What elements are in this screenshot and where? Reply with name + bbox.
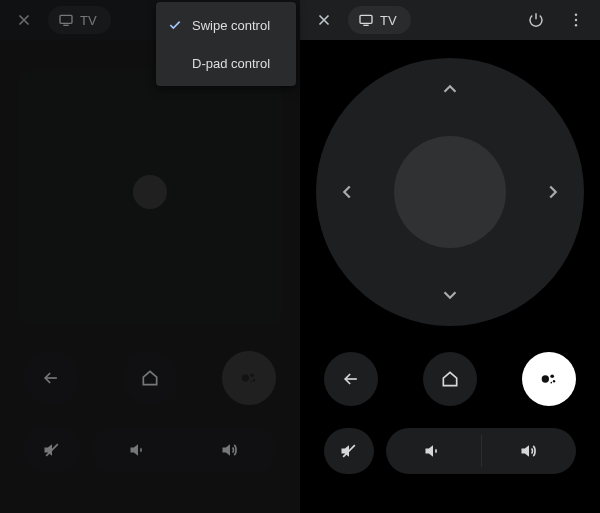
device-label: TV xyxy=(80,13,97,28)
svg-point-9 xyxy=(542,375,549,382)
dpad-select-button[interactable] xyxy=(394,136,506,248)
menu-item-swipe[interactable]: Swipe control xyxy=(156,6,296,44)
menu-item-dpad[interactable]: D-pad control xyxy=(156,44,296,82)
device-chip[interactable]: TV xyxy=(348,6,411,34)
mute-button[interactable] xyxy=(324,428,374,474)
check-icon xyxy=(166,17,184,33)
swipe-touchpad[interactable] xyxy=(18,70,282,325)
svg-point-1 xyxy=(242,374,249,381)
svg-point-7 xyxy=(575,19,577,21)
home-button[interactable] xyxy=(423,352,477,406)
volume-up-icon xyxy=(519,441,539,461)
dpad-left-button[interactable] xyxy=(336,181,358,203)
chevron-down-icon xyxy=(439,284,461,306)
svg-point-11 xyxy=(553,380,555,382)
screen-swipe-mode: TV xyxy=(0,0,300,513)
back-button[interactable] xyxy=(324,352,378,406)
svg-rect-0 xyxy=(60,15,72,23)
back-arrow-icon xyxy=(41,368,61,388)
swipe-area-wrap xyxy=(0,70,300,325)
menu-item-label: Swipe control xyxy=(192,18,270,33)
menu-item-label: D-pad control xyxy=(192,56,270,71)
assistant-button[interactable] xyxy=(222,351,276,405)
assistant-icon xyxy=(538,368,560,390)
svg-point-6 xyxy=(575,14,577,16)
svg-point-2 xyxy=(250,373,254,377)
control-mode-menu: Swipe control D-pad control xyxy=(156,2,296,86)
back-button[interactable] xyxy=(24,351,78,405)
dpad-down-button[interactable] xyxy=(439,284,461,306)
device-label: TV xyxy=(380,13,397,28)
swipe-center-dot xyxy=(133,175,167,209)
tv-icon xyxy=(58,12,74,28)
close-icon xyxy=(315,11,333,29)
volume-down-button[interactable] xyxy=(92,427,184,473)
close-button[interactable] xyxy=(8,4,40,36)
tv-icon xyxy=(358,12,374,28)
mute-button[interactable] xyxy=(24,427,80,473)
topbar-right: TV xyxy=(300,0,600,40)
home-icon xyxy=(440,369,460,389)
screen-dpad-mode: TV xyxy=(300,0,600,513)
volume-up-button[interactable] xyxy=(184,427,276,473)
back-arrow-icon xyxy=(341,369,361,389)
volume-pill xyxy=(386,428,576,474)
home-icon xyxy=(140,368,160,388)
chevron-up-icon xyxy=(439,78,461,100)
dpad-up-button[interactable] xyxy=(439,78,461,100)
dpad-right-button[interactable] xyxy=(542,181,564,203)
volume-down-icon xyxy=(128,440,148,460)
volume-up-button[interactable] xyxy=(482,428,577,474)
mute-icon xyxy=(42,440,62,460)
volume-row-right xyxy=(300,428,600,474)
svg-point-10 xyxy=(550,374,554,378)
power-button[interactable] xyxy=(520,4,552,36)
chevron-right-icon xyxy=(542,181,564,203)
volume-pill xyxy=(92,427,276,473)
svg-point-12 xyxy=(550,382,552,384)
assistant-button[interactable] xyxy=(522,352,576,406)
volume-row-left xyxy=(0,427,300,473)
volume-down-icon xyxy=(423,441,443,461)
power-icon xyxy=(527,11,545,29)
volume-down-button[interactable] xyxy=(386,428,481,474)
device-chip[interactable]: TV xyxy=(48,6,111,34)
svg-point-4 xyxy=(250,381,252,383)
dpad xyxy=(316,58,584,326)
home-button[interactable] xyxy=(123,351,177,405)
volume-up-icon xyxy=(220,440,240,460)
assistant-icon xyxy=(238,367,260,389)
mute-icon xyxy=(339,441,359,461)
action-row-left xyxy=(0,351,300,405)
svg-rect-5 xyxy=(360,15,372,23)
svg-point-3 xyxy=(253,379,255,381)
more-vert-icon xyxy=(567,11,585,29)
more-button[interactable] xyxy=(560,4,592,36)
close-icon xyxy=(15,11,33,29)
chevron-left-icon xyxy=(336,181,358,203)
dpad-ring xyxy=(316,58,584,326)
close-button[interactable] xyxy=(308,4,340,36)
action-row-right xyxy=(300,352,600,406)
svg-point-8 xyxy=(575,24,577,26)
